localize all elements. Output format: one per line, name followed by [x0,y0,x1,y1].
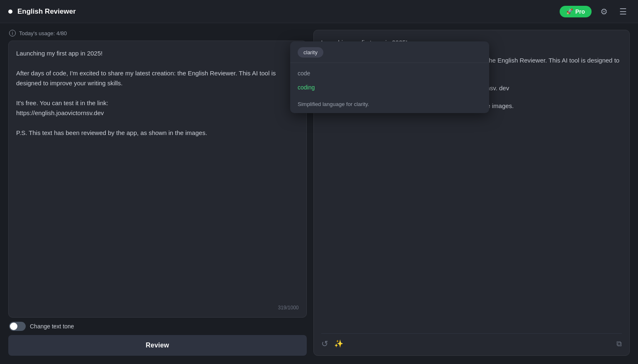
toggle-row: Change text tone [8,322,307,331]
pro-button[interactable]: Pro [560,6,592,17]
left-panel: i Today's usage: 4/80 Launching my first… [8,30,307,356]
dropdown-header: clarity [290,41,489,63]
menu-icon: ☰ [619,7,627,17]
char-count: 319/1000 [16,305,299,311]
footer-left-icons: ↺ ✨ [321,339,343,349]
refresh-icon: ↺ [321,339,328,349]
status-dot [8,10,12,14]
magic-button[interactable]: ✨ [334,339,343,348]
right-footer: ↺ ✨ ⧉ [321,333,622,349]
refresh-button[interactable]: ↺ [321,339,328,349]
header-right: Pro ⚙ ☰ [560,5,630,18]
settings-button[interactable]: ⚙ [597,5,611,18]
dropdown-item-coding[interactable]: coding [290,80,489,94]
dropdown-tag: clarity [298,47,323,58]
usage-bar: i Today's usage: 4/80 [8,30,307,36]
menu-button[interactable]: ☰ [616,5,630,18]
gear-icon: ⚙ [600,7,608,17]
review-button[interactable]: Review [8,335,307,356]
page-title: English Reviewer [17,7,76,16]
tone-toggle[interactable] [9,322,26,331]
main-content: i Today's usage: 4/80 Launching my first… [0,23,638,364]
magic-icon: ✨ [334,339,343,348]
input-area-wrapper: Launching my first app in 2025! After da… [8,41,307,318]
dropdown-items: code coding [290,63,489,98]
copy-button[interactable]: ⧉ [616,340,622,348]
copy-icon: ⧉ [616,340,622,348]
usage-label: Today's usage: 4/80 [19,30,67,36]
info-icon: i [9,30,16,36]
header: English Reviewer Pro ⚙ ☰ [0,0,638,23]
dropdown-description: Simplified language for clarity. [290,98,489,113]
dropdown-item-code[interactable]: code [290,66,489,80]
dropdown-popup: Launching my first app in 2025! clarity … [290,41,489,113]
toggle-label: Change text tone [30,323,74,330]
input-textarea[interactable]: Launching my first app in 2025! After da… [16,48,299,301]
header-left: English Reviewer [8,7,76,16]
bottom-controls: Change text tone Review [8,322,307,356]
